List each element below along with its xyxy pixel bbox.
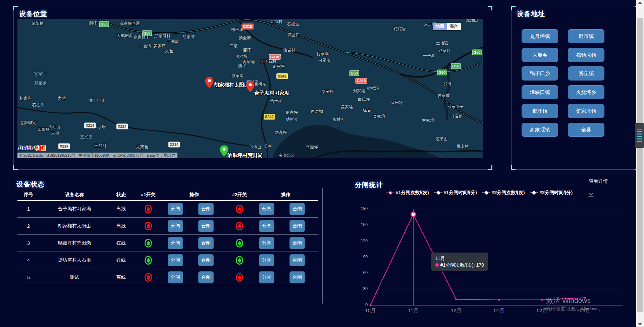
map-place-label: 四眼堰 — [38, 127, 50, 132]
trip-button-sw1[interactable]: 分闸 — [168, 203, 183, 215]
map-pin-label: 晒鼓坪村荒田岗 — [227, 152, 263, 158]
map-type-control[interactable]: 地图 混合 — [433, 23, 461, 30]
tooltip-series-dot — [435, 263, 439, 267]
map-place-label: 柳树沟 — [332, 117, 344, 122]
close-button-sw1[interactable]: 合闸 — [198, 203, 214, 215]
close-button-sw2[interactable]: 合闸 — [289, 220, 305, 232]
map-place-label: 佗坨岩 — [394, 26, 406, 32]
road-badge-g50: G50 — [451, 63, 461, 69]
trip-button-sw1[interactable]: 分闸 — [168, 237, 183, 249]
map-type-map[interactable]: 地图 — [433, 23, 447, 30]
table-row-separator — [17, 217, 318, 218]
x-axis-tick: 10月 — [360, 308, 380, 314]
baidu-map[interactable]: 笔架槽洞坪高家堰互通天鹅抱蛋胡家湾梅子溪紫金寨二墩流沙坡沁水坝腰坪跑马坪渡家沟邓… — [17, 19, 483, 158]
address-button[interactable]: 磨市镇 — [568, 29, 604, 43]
address-button[interactable]: 榔坪镇 — [522, 104, 558, 118]
close-button-sw2[interactable]: 合闸 — [289, 203, 305, 215]
scrollbar-down-arrow[interactable] — [638, 323, 642, 325]
road-badge-g50: G50 — [350, 70, 359, 76]
close-button-sw1[interactable]: 合闸 — [198, 220, 214, 232]
red-map-pin[interactable] — [246, 81, 255, 92]
map-place-label: 石柱沟 — [32, 102, 44, 108]
map-place-label: 刘家垴 — [353, 88, 365, 94]
map-place-label: 胡家湾 — [182, 34, 195, 40]
trip-button-sw2[interactable]: 分闸 — [259, 271, 274, 283]
x-axis-tick: 11月 — [403, 308, 423, 314]
scrollbar-thumb[interactable] — [637, 18, 643, 312]
row-index: 4 — [27, 258, 30, 263]
close-button-sw2[interactable]: 合闸 — [289, 254, 305, 266]
map-place-label: 庙坪 — [243, 47, 251, 53]
trip-button-sw1[interactable]: 分闸 — [168, 271, 183, 283]
y-axis-tick: 0 — [357, 303, 368, 307]
address-button[interactable]: 全县 — [568, 123, 604, 137]
road-badge-g50: G50 — [472, 50, 482, 55]
map-place-label: 龙舟坪 — [275, 130, 287, 135]
address-button[interactable]: 都镇湾镇 — [568, 48, 604, 62]
map-place-label: 邓家棚 — [34, 80, 46, 86]
device-status: 在线 — [116, 257, 126, 263]
close-button-sw1[interactable]: 合闸 — [198, 271, 214, 283]
address-button[interactable]: 龙舟坪镇 — [522, 29, 558, 43]
table-header-3: #1开关 — [141, 192, 156, 198]
map-place-label: 吴家垴 — [341, 104, 353, 110]
address-button[interactable]: 贺家坪镇 — [568, 104, 604, 118]
table-right-border — [322, 188, 323, 304]
address-button[interactable]: 渔峡口镇 — [522, 85, 558, 99]
trip-button-sw2[interactable]: 分闸 — [259, 254, 274, 266]
device-address-title: 设备地址 — [517, 9, 545, 18]
table-header-6: 操作 — [281, 192, 290, 198]
address-button[interactable]: 高家堰镇 — [522, 123, 558, 137]
map-place-label: 彭家坪 — [286, 110, 298, 115]
table-row-separator — [17, 252, 318, 252]
close-button-sw2[interactable]: 合闸 — [289, 237, 305, 249]
road-badge-g50: G50 — [99, 21, 109, 27]
map-place-label: 洞坪 — [89, 20, 97, 26]
red-map-pin[interactable] — [205, 77, 214, 88]
y-axis-tick: 90 — [357, 255, 368, 259]
trip-button-sw2[interactable]: 分闸 — [259, 203, 274, 215]
corner-decoration — [13, 6, 18, 10]
address-button[interactable]: 大堰乡 — [522, 48, 558, 62]
road-badge-x214: X214 — [84, 123, 96, 128]
trip-button-sw1[interactable]: 分闸 — [168, 254, 183, 266]
map-place-label: 曾家坡 — [438, 93, 450, 99]
map-place-label: 火田冲 — [391, 100, 403, 106]
close-button-sw1[interactable]: 合闸 — [198, 237, 214, 249]
map-type-hybrid[interactable]: 混合 — [447, 23, 461, 30]
trip-button-sw1[interactable]: 分闸 — [168, 220, 183, 232]
map-place-label: 莲子山 — [436, 136, 448, 142]
corner-decoration — [511, 6, 516, 10]
tooltip-value: #1分闸次数/(次): 170 — [435, 262, 484, 268]
address-button[interactable]: 资丘镇 — [568, 66, 604, 80]
map-place-label: 罗家坪 — [154, 43, 166, 49]
map-place-label: 王家湾 — [139, 44, 151, 49]
map-place-label: 林家湾 — [422, 118, 434, 123]
row-index: 1 — [27, 206, 30, 212]
trip-button-sw2[interactable]: 分闸 — [259, 237, 274, 249]
device-status-panel: 设备状态 序号设备名称状态#1开关操作#2开关操作1合子坳村习家坳离线分闸合闸分… — [13, 178, 325, 322]
map-place-label: 白氏坪 — [358, 97, 370, 102]
device-name: 胡家棚村太阳山 — [58, 223, 91, 229]
map-place-label: 杨家河 — [286, 116, 298, 122]
address-button[interactable]: 火烧坪乡 — [568, 85, 604, 99]
map-place-label: 南山公园 — [278, 153, 294, 158]
map-place-label: 千家岭 — [167, 39, 179, 44]
table-row-separator — [17, 269, 318, 269]
device-name: 塘坊河村大石坝 — [58, 257, 91, 263]
vertical-scrollbar[interactable] — [636, 0, 644, 327]
map-pin-label: 合子坳村习家坳 — [254, 90, 289, 96]
line-chart[interactable] — [349, 176, 644, 327]
close-button-sw2[interactable]: 合闸 — [289, 271, 305, 283]
baidu-logo: Baidu地图 — [18, 144, 46, 152]
scrollbar-up-arrow[interactable] — [638, 2, 642, 4]
map-place-label: 阴阳坡村 — [21, 120, 37, 126]
switch1-indicator-green — [145, 256, 152, 265]
road-badge-s242: S242 — [276, 73, 288, 79]
close-button-sw1[interactable]: 合闸 — [198, 254, 214, 266]
corner-decoration — [488, 6, 492, 10]
device-name: 合子坳村习家坳 — [58, 206, 91, 212]
address-button[interactable]: 鸭子口乡 — [522, 66, 558, 80]
trip-button-sw2[interactable]: 分闸 — [259, 220, 274, 232]
map-place-label: 三兴庄 — [80, 134, 92, 140]
